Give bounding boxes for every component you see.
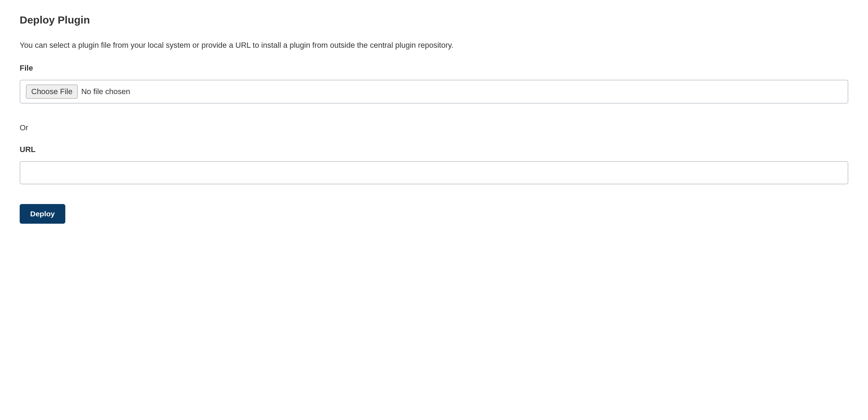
url-input[interactable] [20, 161, 848, 184]
or-separator: Or [20, 123, 848, 132]
description-text: You can select a plugin file from your l… [20, 40, 848, 51]
page-title: Deploy Plugin [20, 14, 848, 26]
file-label: File [20, 64, 848, 73]
url-label: URL [20, 145, 848, 154]
file-status-text: No file chosen [81, 87, 130, 96]
deploy-button[interactable]: Deploy [20, 204, 65, 224]
file-input-container[interactable]: Choose File No file chosen [20, 80, 848, 104]
choose-file-button[interactable]: Choose File [26, 85, 78, 99]
